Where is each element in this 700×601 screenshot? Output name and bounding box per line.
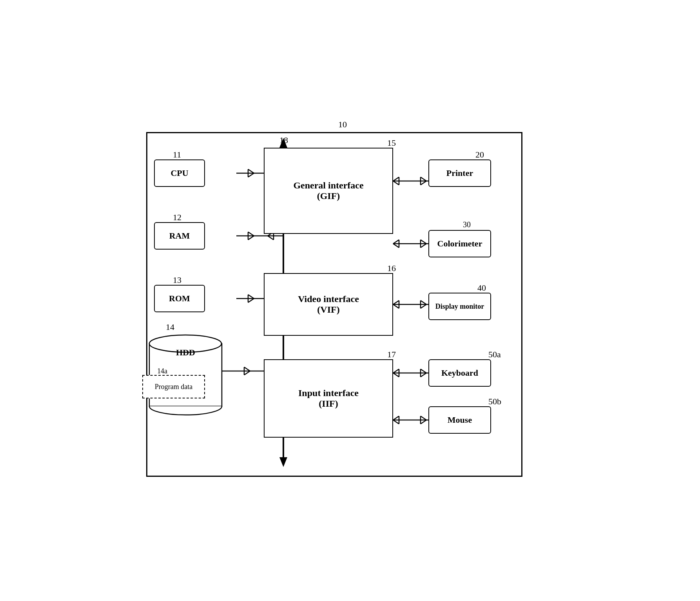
keyboard-box: Keyboard: [428, 359, 491, 387]
cpu-label: CPU: [170, 168, 188, 178]
ref-16: 16: [387, 263, 396, 273]
gif-line1: General interface: [293, 180, 363, 191]
ref-40: 40: [477, 283, 486, 293]
vif-line2: (VIF): [317, 304, 339, 315]
cpu-box: CPU: [154, 159, 205, 187]
diagram-wrapper: 10: [115, 109, 585, 492]
mouse-box: Mouse: [428, 406, 491, 434]
keyboard-label: Keyboard: [441, 368, 478, 378]
ref-20: 20: [475, 150, 484, 160]
program-data-box: Program data: [142, 375, 205, 398]
ram-label: RAM: [169, 231, 190, 241]
printer-label: Printer: [446, 168, 473, 178]
display-label: Display monitor: [435, 302, 484, 311]
ref-10: 10: [338, 119, 347, 130]
rom-label: ROM: [169, 293, 190, 304]
iif-line2: (IIF): [319, 398, 338, 409]
ref-14: 14: [166, 322, 174, 332]
program-data-label: Program data: [155, 383, 192, 391]
gif-box: General interface (GIF): [264, 148, 393, 234]
mouse-label: Mouse: [448, 415, 472, 425]
ref-18: 18: [279, 135, 288, 145]
printer-box: Printer: [428, 159, 491, 187]
gif-line2: (GIF): [317, 191, 340, 201]
iif-line1: Input interface: [298, 388, 359, 398]
ref-17: 17: [387, 349, 396, 360]
ref-50b: 50b: [488, 396, 501, 407]
hdd-label: HDD: [149, 348, 222, 358]
ref-50a: 50a: [488, 349, 501, 360]
ref-14a: 14a: [157, 367, 167, 375]
ref-11: 11: [173, 150, 181, 160]
ref-13: 13: [173, 275, 181, 285]
ref-30: 30: [463, 220, 471, 229]
ref-12: 12: [173, 212, 181, 223]
vif-line1: Video interface: [298, 294, 359, 304]
colorimeter-box: Colorimeter: [428, 230, 491, 257]
vif-box: Video interface (VIF): [264, 273, 393, 336]
rom-box: ROM: [154, 285, 205, 312]
ref-15: 15: [387, 138, 396, 148]
display-monitor-box: Display monitor: [428, 293, 491, 320]
colorimeter-label: Colorimeter: [437, 239, 482, 249]
iif-box: Input interface (IIF): [264, 359, 393, 438]
ram-box: RAM: [154, 222, 205, 250]
